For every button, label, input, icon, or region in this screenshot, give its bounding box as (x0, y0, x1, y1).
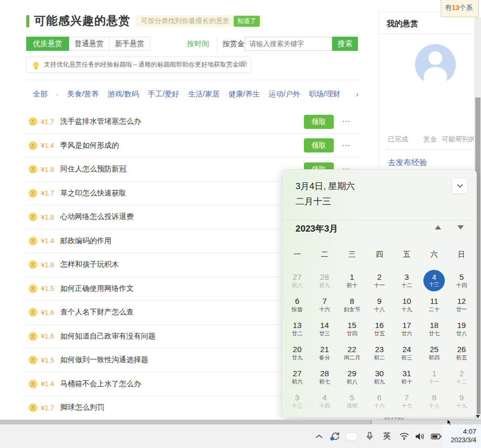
bounty-title[interactable]: 季风是如何形成的 (60, 141, 119, 150)
bounty-title[interactable]: 马桶箱不会上水了怎么办 (60, 379, 141, 389)
day-lunar: 初四 (429, 354, 440, 361)
calendar-day[interactable]: 5清明 (338, 389, 366, 413)
publish-link[interactable]: 去发布经验 (388, 158, 427, 168)
calendar-day[interactable]: 10十九 (393, 292, 420, 316)
sync-icon[interactable] (330, 432, 340, 441)
day-lunar: 十九 (456, 402, 467, 409)
scrollbar-down-arrow[interactable] (476, 415, 480, 418)
category-link-5[interactable]: 运动/户外 (269, 90, 300, 99)
calendar-day[interactable]: 24初三 (393, 341, 420, 365)
ime-indicator[interactable]: 英 (383, 431, 391, 441)
calendar-day[interactable]: 1十一 (420, 365, 447, 389)
category-link-0[interactable]: 美食/营养 (67, 90, 99, 99)
bounty-title[interactable]: 洗手盆排水管堵塞怎么办 (60, 117, 141, 126)
calendar-day[interactable]: 27初六 (283, 365, 311, 389)
taskbar-clock[interactable]: 4:07 2023/3/4 (443, 424, 481, 448)
calendar-day[interactable]: 21春分 (311, 341, 338, 365)
bounty-title[interactable]: 如何正确使用网络作文 (60, 284, 134, 293)
bounty-title[interactable]: 同住人怎么预防新冠 (60, 165, 126, 174)
day-lunar: 惊蛰 (292, 306, 303, 313)
bounty-title[interactable]: 怎样和孩子玩积木 (60, 260, 119, 269)
calendar-day[interactable]: 11二十 (420, 292, 447, 316)
calendar-day[interactable]: 28初七 (311, 365, 338, 389)
tab-2[interactable]: 新手悬赏 (110, 37, 150, 51)
more-options-icon[interactable]: ••• (334, 119, 359, 124)
calendar-day[interactable]: 9十九 (448, 389, 475, 413)
claim-button[interactable]: 领取 (304, 138, 334, 152)
calendar-day[interactable]: 28初九 (311, 268, 338, 292)
calendar-day[interactable]: 3十三 (283, 389, 311, 413)
calendar-day[interactable]: 17廿六 (393, 316, 420, 341)
tab-1[interactable]: 普通悬赏 (69, 37, 110, 51)
calendar-day[interactable]: 16廿五 (366, 316, 393, 341)
calendar-day[interactable]: 6惊蛰 (283, 292, 311, 316)
calendar-day[interactable]: 31初十 (393, 365, 420, 389)
coin-icon: 赏 (29, 141, 37, 150)
bounty-title[interactable]: 脚球怎么判罚 (60, 403, 104, 412)
calendar-next-month-icon[interactable] (457, 225, 464, 230)
tab-0[interactable]: 优质悬赏 (26, 37, 69, 51)
calendar-day[interactable]: 8妇女节 (338, 292, 366, 316)
calendar-day[interactable]: 4十三 (420, 268, 447, 292)
category-link-4[interactable]: 健康/养生 (228, 90, 260, 99)
calendar-day[interactable]: 15廿四 (338, 316, 366, 341)
calendar-day[interactable]: 2十二 (448, 365, 475, 389)
calendar-day[interactable]: 5十四 (448, 268, 475, 292)
bounty-title[interactable]: 如何做到一致性沟通选择题 (60, 355, 148, 365)
calendar-day[interactable]: 2十一 (366, 268, 393, 292)
notice-close-icon[interactable]: × (242, 57, 246, 66)
calendar-day[interactable]: 18廿七 (420, 316, 447, 341)
search-button[interactable]: 搜索 (332, 37, 358, 51)
calendar-day[interactable]: 3十二 (393, 268, 420, 292)
bounty-title[interactable]: 如何知道自己政审有没有问题 (60, 332, 156, 341)
calendar-day[interactable]: 20廿九 (283, 341, 311, 365)
coin-icon: 赏 (29, 260, 37, 269)
weekday-label: 六 (420, 247, 447, 264)
more-options-icon[interactable]: ••• (334, 143, 359, 148)
calendar-day[interactable]: 26初五 (448, 341, 475, 365)
calendar-collapse-button[interactable] (452, 178, 468, 194)
sort-by-time[interactable]: 按时间 (187, 39, 210, 49)
calendar-day[interactable]: 1初十 (338, 268, 366, 292)
speaker-icon[interactable] (415, 432, 425, 441)
day-lunar: 初五 (456, 354, 467, 361)
calendar-day[interactable]: 14廿三 (311, 316, 338, 341)
calendar-day[interactable]: 7十七 (393, 389, 420, 413)
bounty-title[interactable]: 心动网络怎么投诉退费 (60, 212, 134, 222)
category-link-1[interactable]: 游戏/数码 (107, 90, 139, 99)
calendar-prev-month-icon[interactable] (435, 225, 441, 230)
calendar-day[interactable]: 19廿八 (448, 316, 475, 341)
bounty-title[interactable]: 邮政编码的作用 (60, 236, 112, 246)
hidden-icons-pill[interactable]: · · (346, 433, 357, 440)
calendar-day[interactable]: 4十四 (311, 389, 338, 413)
category-link-2[interactable]: 手工/爱好 (148, 90, 179, 99)
category-all[interactable]: 全部 (33, 90, 48, 99)
calendar-day[interactable]: 7十六 (311, 292, 338, 316)
claim-button[interactable]: 领取 (304, 115, 334, 129)
calendar-day[interactable]: 29初八 (338, 365, 366, 389)
calendar-day[interactable]: 25初四 (420, 341, 447, 365)
calendar-day[interactable]: 9十八 (366, 292, 393, 316)
horizontal-scrollbar-track[interactable] (0, 420, 481, 424)
sort-by-reward[interactable]: 按赏金 (223, 39, 245, 49)
category-next-icon[interactable]: › (356, 90, 358, 99)
bounty-title[interactable]: 草之印怎么快速获取 (60, 189, 126, 198)
calendar-day[interactable]: 22闰二月 (338, 341, 366, 365)
tray-chevron-up-icon[interactable] (315, 434, 323, 439)
wifi-icon[interactable] (399, 432, 409, 440)
system-notification[interactable]: 有13个系 (441, 0, 479, 17)
microphone-icon[interactable] (366, 432, 373, 441)
calendar-day[interactable]: 30初九 (366, 365, 393, 389)
calendar-day[interactable]: 27初八 (283, 268, 311, 292)
category-link-3[interactable]: 生活/家居 (188, 90, 220, 99)
calendar-day[interactable]: 13廿二 (283, 316, 311, 341)
bounty-title[interactable]: 查个人名下财产怎么查 (60, 308, 134, 317)
search-input[interactable] (245, 37, 332, 51)
got-it-button[interactable]: 知道了 (234, 16, 260, 27)
category-link-6[interactable]: 职场/理财 (309, 90, 341, 99)
calendar-day[interactable]: 6十六 (366, 389, 393, 413)
battery-icon[interactable] (431, 433, 442, 440)
calendar-day[interactable]: 23初二 (366, 341, 393, 365)
calendar-day[interactable]: 8十八 (420, 389, 447, 413)
calendar-day[interactable]: 12廿一 (448, 292, 475, 316)
